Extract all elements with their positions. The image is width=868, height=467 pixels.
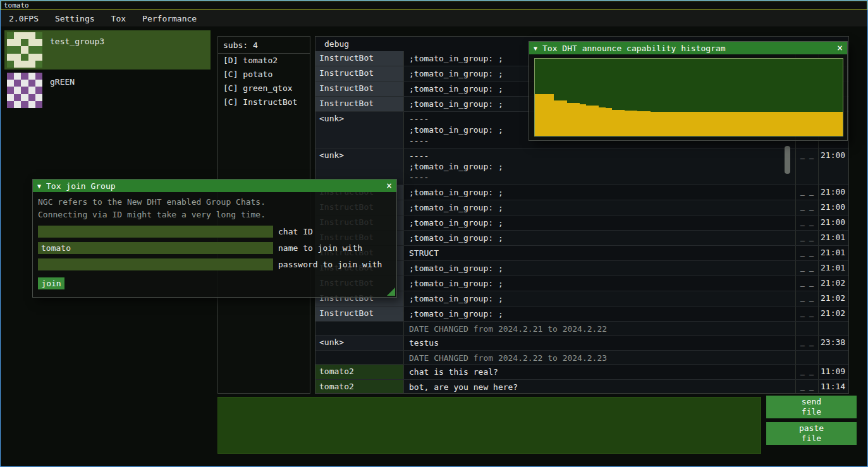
- message-text: ---- ;tomato_in_group: ; ----: [404, 149, 796, 185]
- histogram-bar: [554, 100, 560, 136]
- histogram-bar: [541, 94, 547, 136]
- fps-indicator: 2.0FPS: [1, 10, 47, 27]
- member-item[interactable]: [C] green_qtox: [218, 82, 310, 95]
- message-flags: _ _: [796, 200, 819, 215]
- join-password-input[interactable]: [38, 258, 273, 270]
- group-name: test_group3: [50, 37, 104, 46]
- message-flags: [796, 322, 819, 335]
- avatar-pixel: [14, 39, 21, 46]
- avatar-pixel: [35, 46, 42, 53]
- close-icon[interactable]: ×: [837, 44, 843, 53]
- histogram-bar: [817, 112, 823, 136]
- date-changed-text: DATE CHANGED from 2024.2.21 to 2024.2.22: [404, 322, 796, 335]
- paste-file-button[interactable]: paste file: [766, 422, 857, 445]
- member-item[interactable]: [C] potato: [218, 68, 310, 82]
- histogram-bar: [714, 112, 721, 136]
- avatar-pixel: [28, 101, 35, 108]
- message-text: STRUCT: [404, 246, 796, 260]
- join-button[interactable]: join: [38, 277, 64, 289]
- avatar-pixel: [28, 80, 35, 87]
- histogram-bar: [823, 112, 829, 136]
- avatar-pixel: [7, 94, 14, 101]
- close-icon[interactable]: ×: [386, 181, 392, 191]
- sender-name: tomato2: [315, 365, 404, 379]
- message-flags: _ _: [796, 246, 819, 260]
- tab-debug[interactable]: debug: [324, 39, 349, 49]
- chat-id-input[interactable]: [38, 226, 273, 238]
- histogram-bar: [547, 94, 554, 136]
- wm-titlebar[interactable]: tomato: [1, 1, 867, 10]
- avatar-pixel: [28, 61, 35, 68]
- histogram-bar: [625, 111, 631, 136]
- chat-row[interactable]: InstructBot;tomato_in_group: ;_ _21:02: [315, 306, 848, 322]
- message-text: ;tomato_in_group: ;: [404, 231, 796, 245]
- avatar-pixel: [35, 32, 42, 39]
- avatar-pixel: [28, 73, 35, 80]
- histogram-window-titlebar[interactable]: ▼ Tox DHT announce capability histogram …: [529, 42, 847, 54]
- histogram-bar: [580, 104, 586, 136]
- avatar-pixel: [14, 73, 21, 80]
- message-text: ;tomato_in_group: ;: [404, 261, 796, 276]
- avatar-pixel: [21, 32, 28, 39]
- sender-name: [315, 351, 404, 364]
- avatar-pixel: [14, 94, 21, 101]
- chat-scrollbar[interactable]: [785, 146, 790, 174]
- join-window-titlebar[interactable]: ▼ Tox join Group ×: [33, 179, 396, 192]
- member-item[interactable]: [C] InstructBot: [218, 95, 310, 109]
- message-time: 21:02: [819, 291, 848, 306]
- sender-name: tomato2: [315, 380, 404, 393]
- message-text: testus: [404, 336, 796, 350]
- date-changed-row: DATE CHANGED from 2024.2.22 to 2024.2.23: [315, 351, 848, 365]
- collapse-arrow-icon[interactable]: ▼: [534, 45, 537, 52]
- group-item-green[interactable]: gREEN: [4, 71, 211, 110]
- date-changed-text: DATE CHANGED from 2024.2.22 to 2024.2.23: [404, 351, 796, 364]
- histogram-bar: [644, 111, 650, 136]
- sender-name: InstructBot: [315, 66, 404, 81]
- histogram-bar: [798, 112, 804, 136]
- chat-row[interactable]: tomato2chat is this real?_ _11:09: [315, 365, 848, 380]
- collapse-arrow-icon[interactable]: ▼: [37, 183, 41, 190]
- join-group-window: ▼ Tox join Group × NGC refers to the New…: [32, 179, 397, 298]
- group-item-test_group3[interactable]: test_group3: [4, 30, 211, 70]
- field-row: chat ID: [38, 226, 391, 238]
- avatar-pixel: [28, 54, 35, 61]
- histogram-bar: [631, 111, 637, 136]
- message-time: [819, 351, 848, 364]
- send-file-button[interactable]: send file: [766, 396, 857, 418]
- join-name-input[interactable]: tomato: [38, 242, 273, 254]
- member-list: [D] tomato2[C] potato[C] green_qtox[C] I…: [218, 54, 310, 109]
- message-time: 21:00: [819, 149, 848, 185]
- histogram-bar: [695, 112, 702, 136]
- histogram-bar: [599, 107, 605, 136]
- histogram-bar: [688, 112, 695, 136]
- menu-tox[interactable]: Tox: [103, 10, 134, 27]
- chat-row[interactable]: tomato2bot, are you new here?_ _11:14: [315, 380, 848, 393]
- resize-grip-icon[interactable]: [387, 288, 395, 296]
- avatar-pixel: [7, 80, 14, 87]
- chat-row[interactable]: <unk>testus_ _23:38: [315, 336, 848, 351]
- member-item[interactable]: [D] tomato2: [218, 54, 310, 68]
- histogram-bar: [682, 112, 688, 136]
- message-text: ;tomato_in_group: ;: [404, 200, 796, 215]
- menu-performance[interactable]: Performance: [134, 10, 205, 27]
- histogram-bar: [586, 106, 592, 136]
- message-time: 23:38: [819, 336, 848, 350]
- message-text: ;tomato_in_group: ;: [404, 306, 796, 321]
- message-time: 21:01: [819, 246, 848, 260]
- histogram-bar: [747, 112, 753, 136]
- members-header: subs: 4: [218, 37, 310, 54]
- avatar-pixel: [35, 54, 42, 61]
- sender-name: InstructBot: [315, 97, 404, 111]
- avatar-pixel: [28, 46, 35, 53]
- menu-settings[interactable]: Settings: [47, 10, 103, 27]
- menu-items: SettingsToxPerformance: [47, 10, 205, 27]
- message-text: bot, are you new here?: [404, 380, 796, 393]
- avatar-pixel: [28, 39, 35, 46]
- histogram-bar: [606, 108, 612, 136]
- app-window: tomato 2.0FPS SettingsToxPerformance tes…: [0, 0, 868, 467]
- avatar-pixel: [28, 87, 35, 94]
- message-text: chat is this real?: [404, 365, 796, 379]
- message-input[interactable]: [217, 397, 761, 454]
- message-flags: _ _: [796, 261, 819, 276]
- histogram-bar: [792, 112, 798, 136]
